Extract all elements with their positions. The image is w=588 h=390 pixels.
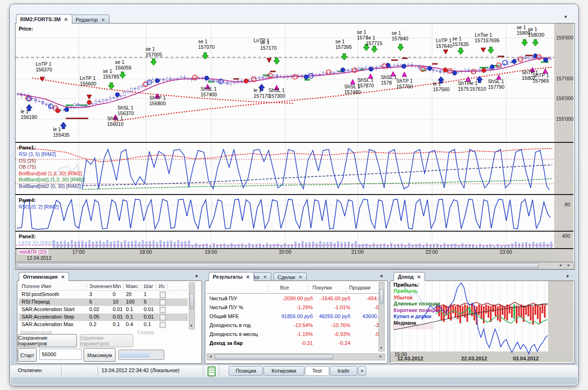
price-chart[interactable]: LnTP 1156370le 1156190le 1155435LnTP 115… bbox=[15, 23, 573, 268]
time-label: 20:00 bbox=[279, 249, 291, 255]
scroll-right-icon[interactable]: ► bbox=[565, 263, 573, 268]
cell: 0.1 bbox=[144, 321, 151, 327]
pane1-legend-item: BollBand[std2 (0, 30) [RIM2] bbox=[19, 183, 81, 189]
res-vscroll-thumb[interactable] bbox=[379, 289, 384, 304]
tab-deals[interactable]: Сделки ✕ bbox=[273, 273, 307, 281]
cell: -0.93% bbox=[303, 331, 350, 337]
cell: -0.24 bbox=[303, 340, 350, 346]
chart-panel[interactable]: LnTP 1156370le 1156190le 1155435LnTP 115… bbox=[15, 23, 575, 270]
checkbox[interactable] bbox=[160, 292, 166, 298]
close-icon[interactable]: ✕ bbox=[64, 17, 68, 22]
annotation-label: LnTP 1155600 bbox=[80, 75, 96, 86]
close-icon[interactable]: ✕ bbox=[101, 17, 105, 23]
scroll-right-icon[interactable]: ► bbox=[378, 354, 384, 359]
annotation-label: ShTP1575 bbox=[458, 80, 470, 92]
optimization-table[interactable]: Полное ИмяЗначениеMinМакс.ШагИсRSI:postS… bbox=[19, 282, 188, 328]
tab-chart[interactable]: RIM2:FORTS:3M ✕ bbox=[16, 14, 72, 24]
pane1-legend-item: OS (25) bbox=[19, 158, 36, 164]
res-vscrollbar[interactable]: ▼ bbox=[379, 282, 385, 351]
chevron-down-icon[interactable]: ▼ bbox=[379, 274, 384, 279]
table-row[interactable]: RSI:Период5101005 bbox=[19, 298, 188, 306]
close-icon[interactable]: ✕ bbox=[263, 274, 267, 280]
income-chart[interactable] bbox=[390, 281, 573, 362]
cell: RSI:Период bbox=[22, 299, 50, 304]
table-row[interactable]: Чистый П/У-2099.00 руб-1645.00 руб-454.0… bbox=[207, 295, 379, 304]
checkbox[interactable] bbox=[160, 322, 166, 328]
scroll-left-icon[interactable]: ◄ bbox=[208, 354, 213, 359]
scroll-down-icon[interactable]: ▼ bbox=[379, 345, 383, 350]
delete-params-button[interactable]: Удаление параметров bbox=[80, 334, 133, 347]
results-table[interactable]: ВсеПокупкиПродажиЧистый П/У-2099.00 руб-… bbox=[207, 282, 379, 351]
income-date-label: 22.03.2012 bbox=[461, 356, 487, 361]
opt-vscroll-thumb[interactable] bbox=[190, 293, 194, 309]
annotation-label: ShTP 1157965 bbox=[533, 72, 549, 84]
res-hscroll-thumb[interactable] bbox=[215, 354, 333, 359]
trade-dot-blue bbox=[205, 76, 209, 80]
chart-hscrollbar[interactable]: ◄ ► bbox=[16, 262, 574, 269]
divider bbox=[141, 283, 141, 289]
pane1-legend-item: BollBand[std (1,5, 30) [RIM2] bbox=[19, 171, 82, 176]
status-tab-позиции[interactable]: Позиции bbox=[229, 366, 263, 376]
scroll-left-icon[interactable]: ◄ bbox=[557, 263, 564, 268]
close-icon[interactable]: ✕ bbox=[246, 274, 249, 280]
table-row[interactable]: Общий MFE91855.00 руб48255.00 руб43600.0… bbox=[207, 313, 379, 322]
checkbox[interactable] bbox=[160, 307, 166, 313]
cell: 0.02 bbox=[89, 306, 99, 312]
trade-dot-blue bbox=[402, 64, 406, 69]
status-tab-+[interactable]: + bbox=[358, 366, 366, 376]
table-row[interactable]: SAR:Acceleration Step0.050.010.10.01 bbox=[19, 313, 188, 321]
start-button[interactable]: Старт bbox=[18, 348, 37, 362]
table-header-row: ВсеПокупкиПродажи bbox=[207, 285, 379, 293]
checkbox[interactable] bbox=[160, 299, 166, 305]
scroll-down-icon[interactable]: ▼ bbox=[189, 323, 193, 328]
status-tab-котировки[interactable]: Котировки bbox=[263, 366, 304, 376]
table-row[interactable]: SAR:Acceleration Start0.020.010.10.01 bbox=[19, 306, 188, 313]
maximum-button[interactable]: Максимум bbox=[84, 348, 116, 362]
annotation-label: ShSL 1157870 bbox=[357, 77, 374, 88]
divider bbox=[268, 286, 268, 292]
log-icon[interactable] bbox=[208, 367, 216, 376]
status-tab-trade[interactable]: trade bbox=[330, 366, 357, 376]
chevron-down-icon[interactable]: ▼ bbox=[194, 274, 199, 279]
divider bbox=[167, 283, 168, 289]
income-legend-item: Длинные позиции bbox=[394, 301, 440, 306]
table-row[interactable]: Доходность в год-13.54%-10.76%-3.08% bbox=[207, 322, 379, 331]
table-row[interactable]: RSI:postSmooth30201 bbox=[19, 291, 188, 298]
close-icon[interactable]: ✕ bbox=[299, 274, 302, 280]
cell: -0.28% bbox=[344, 304, 379, 310]
tab-deals-label: Сделки bbox=[278, 274, 295, 280]
save-params-button[interactable]: Сохранение параметров bbox=[18, 334, 77, 347]
pane4-legend: RSI1 (0, 2) [RIM2] bbox=[19, 204, 59, 210]
cell: 0.1 bbox=[113, 321, 120, 327]
close-icon[interactable]: ✕ bbox=[417, 274, 421, 280]
row-label: Чистый П/У bbox=[209, 296, 237, 301]
tab-optimization[interactable]: Оптимизация ✕ bbox=[19, 272, 69, 281]
table-row[interactable]: Доходность в месяц-1.19%-0.93%-0.26% bbox=[207, 331, 379, 340]
close-icon[interactable]: ✕ bbox=[61, 274, 65, 280]
delete-params-label: Удаление параметров bbox=[80, 335, 133, 346]
checkbox[interactable] bbox=[160, 314, 166, 320]
cell: 48255.00 руб bbox=[303, 313, 350, 319]
res-hscrollbar[interactable]: ◄ ► bbox=[207, 353, 385, 360]
income-legend-item: Убыток bbox=[394, 295, 412, 300]
pane3-legend: LATR (5) [RIM2] bbox=[19, 240, 54, 246]
chevron-down-icon[interactable]: ▼ bbox=[565, 274, 570, 279]
divider bbox=[203, 366, 203, 375]
chart-hscroll-thumb[interactable] bbox=[17, 263, 539, 268]
cell: -454.00 ру bbox=[344, 296, 379, 301]
status-tab-test[interactable]: Test bbox=[305, 366, 329, 376]
trade-dot-blue bbox=[65, 108, 69, 112]
tab-income[interactable]: Доход ✕ bbox=[394, 272, 425, 281]
table-row[interactable]: Чистый П/У %-1.29%-1.01%-0.28% bbox=[207, 304, 379, 313]
chevron-down-icon[interactable]: ▼ bbox=[564, 15, 568, 19]
cell: 0.1 bbox=[126, 314, 133, 320]
table-row[interactable]: SAR:Acceleration Max0.20.10.40.1 bbox=[19, 321, 188, 328]
trade-dot-blue bbox=[428, 66, 432, 70]
cell: -1645.00 руб bbox=[303, 296, 350, 301]
time-label: 17:00 bbox=[72, 249, 85, 255]
trade-dot-red bbox=[244, 79, 248, 83]
tab-results[interactable]: Результаты ✕ bbox=[209, 272, 254, 281]
start-value-input[interactable] bbox=[39, 349, 82, 360]
opt-vscrollbar[interactable]: ▼ bbox=[189, 282, 195, 329]
table-row[interactable]: Доход за бар-0.31-0.24-0.0 bbox=[207, 340, 379, 349]
